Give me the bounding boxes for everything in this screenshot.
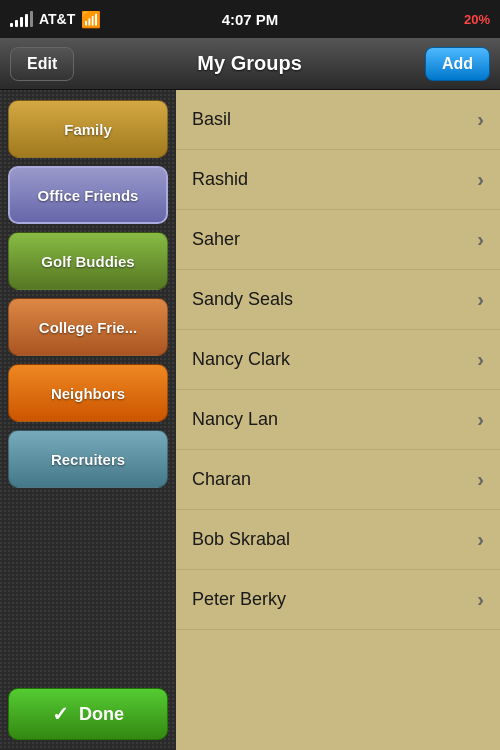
contact-name: Basil — [192, 109, 231, 130]
sidebar-item-recruiters[interactable]: Recruiters — [8, 430, 168, 488]
chevron-right-icon: › — [477, 528, 484, 551]
contact-name: Bob Skrabal — [192, 529, 290, 550]
status-bar: AT&T 📶 4:07 PM 20% — [0, 0, 500, 38]
sidebar-item-office-friends[interactable]: Office Friends — [8, 166, 168, 224]
list-item[interactable]: Nancy Lan› — [176, 390, 500, 450]
contact-name: Nancy Clark — [192, 349, 290, 370]
signal-icon — [10, 11, 33, 27]
battery-indicator: 20% — [464, 12, 490, 27]
contact-name: Charan — [192, 469, 251, 490]
chevron-right-icon: › — [477, 168, 484, 191]
chevron-right-icon: › — [477, 108, 484, 131]
sidebar-item-family[interactable]: Family — [8, 100, 168, 158]
done-label: Done — [79, 704, 124, 725]
contact-name: Peter Berky — [192, 589, 286, 610]
groups-list: FamilyOffice FriendsGolf BuddiesCollege … — [8, 100, 168, 488]
main-content: FamilyOffice FriendsGolf BuddiesCollege … — [0, 90, 500, 750]
sidebar-item-neighbors[interactable]: Neighbors — [8, 364, 168, 422]
list-item[interactable]: Charan› — [176, 450, 500, 510]
chevron-right-icon: › — [477, 288, 484, 311]
add-button[interactable]: Add — [425, 47, 490, 81]
carrier-label: AT&T — [39, 11, 75, 27]
list-item[interactable]: Rashid› — [176, 150, 500, 210]
nav-bar: Edit My Groups Add — [0, 38, 500, 90]
list-item[interactable]: Saher› — [176, 210, 500, 270]
chevron-right-icon: › — [477, 228, 484, 251]
list-item[interactable]: Bob Skrabal› — [176, 510, 500, 570]
status-time: 4:07 PM — [222, 11, 279, 28]
list-item[interactable]: Nancy Clark› — [176, 330, 500, 390]
list-item[interactable]: Sandy Seals› — [176, 270, 500, 330]
contact-list[interactable]: Basil›Rashid›Saher›Sandy Seals›Nancy Cla… — [176, 90, 500, 750]
sidebar-item-college-friends[interactable]: College Frie... — [8, 298, 168, 356]
list-item[interactable]: Peter Berky› — [176, 570, 500, 630]
chevron-right-icon: › — [477, 348, 484, 371]
contact-name: Sandy Seals — [192, 289, 293, 310]
chevron-right-icon: › — [477, 408, 484, 431]
page-title: My Groups — [197, 52, 301, 75]
contact-name: Saher — [192, 229, 240, 250]
checkmark-icon: ✓ — [52, 702, 69, 726]
list-item[interactable]: Basil› — [176, 90, 500, 150]
status-left: AT&T 📶 — [10, 10, 101, 29]
contact-name: Nancy Lan — [192, 409, 278, 430]
wifi-icon: 📶 — [81, 10, 101, 29]
edit-button[interactable]: Edit — [10, 47, 74, 81]
contact-name: Rashid — [192, 169, 248, 190]
chevron-right-icon: › — [477, 468, 484, 491]
sidebar-item-golf-buddies[interactable]: Golf Buddies — [8, 232, 168, 290]
sidebar: FamilyOffice FriendsGolf BuddiesCollege … — [0, 90, 176, 750]
chevron-right-icon: › — [477, 588, 484, 611]
done-button[interactable]: ✓ Done — [8, 688, 168, 740]
